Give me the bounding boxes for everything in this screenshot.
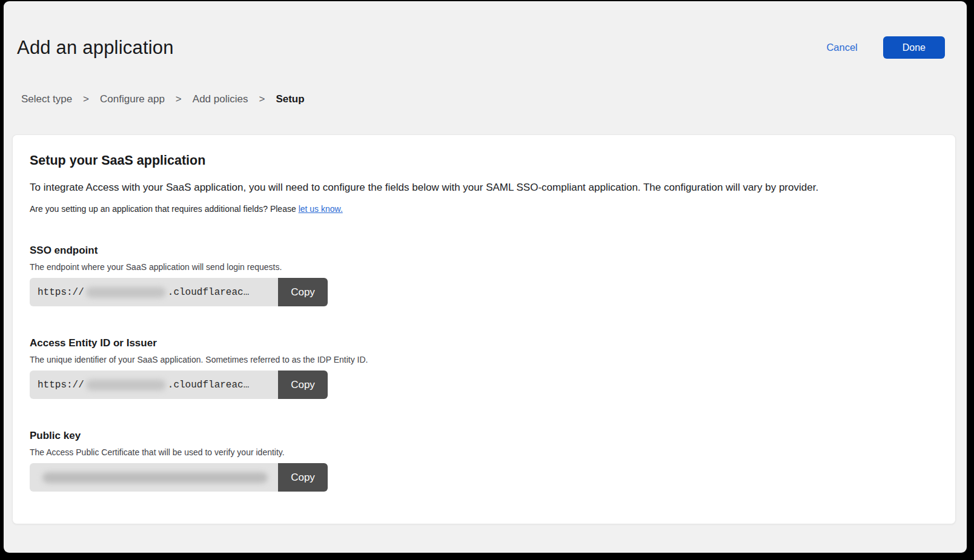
entity-id-section: Access Entity ID or Issuer The unique id…	[30, 337, 938, 399]
sso-endpoint-description: The endpoint where your SaaS application…	[30, 262, 938, 272]
redacted-value	[86, 287, 166, 298]
entity-id-field-group: https://.cloudflareac… Copy	[30, 371, 328, 399]
value-suffix: .cloudflareac…	[168, 380, 249, 390]
cancel-button[interactable]: Cancel	[826, 42, 857, 53]
breadcrumb-step-add-policies[interactable]: Add policies	[193, 93, 248, 105]
public-key-description: The Access Public Certificate that will …	[30, 447, 938, 457]
entity-id-value[interactable]: https://.cloudflareac…	[30, 371, 278, 399]
breadcrumb-separator: >	[176, 93, 182, 105]
entity-id-description: The unique identifier of your SaaS appli…	[30, 355, 938, 364]
value-prefix: https://	[38, 287, 84, 298]
sso-endpoint-copy-button[interactable]: Copy	[278, 278, 328, 306]
sso-endpoint-label: SSO endpoint	[30, 245, 938, 257]
entity-id-copy-button[interactable]: Copy	[278, 371, 328, 399]
breadcrumb-separator: >	[259, 93, 265, 105]
value-suffix: .cloudflareac…	[168, 287, 249, 298]
breadcrumb-separator: >	[83, 93, 89, 105]
sso-endpoint-field-group: https://.cloudflareac… Copy	[30, 278, 328, 306]
public-key-label: Public key	[30, 430, 938, 442]
done-button[interactable]: Done	[883, 36, 945, 59]
public-key-copy-button[interactable]: Copy	[278, 463, 328, 492]
card-note: Are you setting up an application that r…	[30, 204, 938, 214]
note-text: Are you setting up an application that r…	[30, 204, 299, 214]
breadcrumb-step-select-type[interactable]: Select type	[21, 93, 72, 105]
redacted-value	[86, 380, 166, 390]
setup-card: Setup your SaaS application To integrate…	[12, 134, 956, 524]
card-heading: Setup your SaaS application	[30, 153, 938, 168]
let-us-know-link[interactable]: let us know.	[299, 204, 343, 214]
public-key-field-group: Copy	[30, 463, 328, 492]
page-header: Add an application Cancel Done	[4, 36, 967, 59]
header-actions: Cancel Done	[826, 36, 945, 59]
public-key-section: Public key The Access Public Certificate…	[30, 430, 938, 492]
breadcrumb-step-configure-app[interactable]: Configure app	[100, 93, 165, 105]
card-intro: To integrate Access with your SaaS appli…	[30, 181, 938, 194]
value-prefix: https://	[38, 380, 84, 390]
breadcrumb: Select type > Configure app > Add polici…	[21, 93, 967, 105]
page-title: Add an application	[17, 37, 174, 59]
public-key-value[interactable]	[30, 463, 278, 492]
sso-endpoint-section: SSO endpoint The endpoint where your Saa…	[30, 245, 938, 306]
entity-id-label: Access Entity ID or Issuer	[30, 337, 938, 349]
app-window: Add an application Cancel Done Select ty…	[4, 1, 967, 553]
sso-endpoint-value[interactable]: https://.cloudflareac…	[30, 278, 278, 306]
redacted-value	[42, 472, 268, 483]
breadcrumb-step-setup: Setup	[276, 93, 304, 105]
